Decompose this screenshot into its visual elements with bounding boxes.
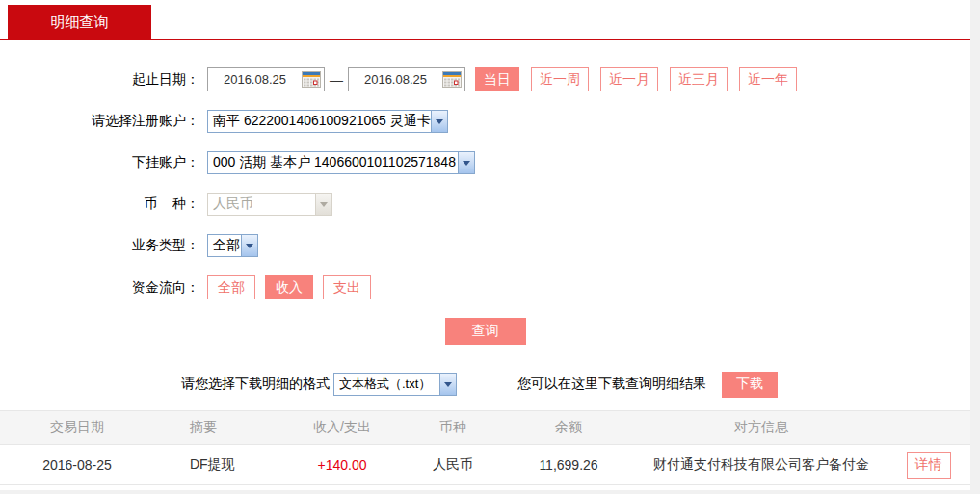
quick-range-week-button[interactable]: 近一周 [531, 67, 589, 91]
fund-direction-all-button[interactable]: 全部 [207, 275, 255, 299]
business-type-row: 业务类型： 全部 [0, 234, 970, 257]
header-trade-date: 交易日期 [0, 419, 154, 436]
registered-account-value: 南平 6222001406100921065 灵通卡 [208, 113, 431, 130]
header-balance: 余额 [501, 419, 636, 436]
fund-direction-row: 资金流向： 全部 收入 支出 [0, 275, 970, 299]
quick-range-quarter-button[interactable]: 近三月 [670, 67, 728, 91]
quick-range-month-button[interactable]: 近一月 [600, 67, 658, 91]
download-format-select[interactable]: 文本格式（.txt） [333, 373, 457, 396]
quick-range-year-button[interactable]: 近一年 [739, 67, 797, 91]
header-counterparty: 对方信息 [636, 419, 887, 436]
header-summary: 摘要 [154, 419, 279, 436]
registered-account-label: 请选择注册账户： [0, 113, 199, 130]
query-row: 查询 [0, 318, 970, 345]
download-button[interactable]: 下载 [722, 372, 778, 398]
chevron-down-icon [315, 194, 331, 215]
download-format-label: 请您选择下载明细的格式 [181, 376, 330, 393]
fund-direction-label: 资金流向： [0, 279, 199, 297]
currency-label: 币 种： [0, 195, 199, 213]
sub-account-value: 000 活期 基本户 1406600101102571848 [208, 154, 458, 171]
sub-account-row: 下挂账户： 000 活期 基本户 1406600101102571848 [0, 151, 970, 174]
sub-account-select[interactable]: 000 活期 基本户 1406600101102571848 [207, 151, 475, 174]
end-date-value: 2016.08.25 [349, 72, 442, 87]
header-income-expense: 收入/支出 [279, 419, 405, 436]
calendar-icon[interactable] [442, 71, 462, 88]
end-date-input[interactable]: 2016.08.25 [348, 67, 465, 91]
currency-row: 币 种： 人民币 [0, 193, 970, 216]
download-hint: 您可以在这里下载查询明细结果 [517, 376, 706, 393]
cell-trade-date: 2016-08-25 [0, 457, 154, 473]
cell-currency: 人民币 [405, 456, 501, 474]
cell-amount: +140.00 [279, 457, 405, 473]
chevron-down-icon[interactable] [431, 111, 447, 132]
chevron-down-icon[interactable] [241, 235, 257, 256]
calendar-icon[interactable] [302, 71, 321, 88]
registered-account-select[interactable]: 南平 6222001406100921065 灵通卡 [207, 110, 448, 133]
results-table: 交易日期 摘要 收入/支出 币种 余额 对方信息 2016-08-25 DF提现… [0, 410, 970, 485]
tab-detail-query[interactable]: 明细查询 [8, 5, 151, 40]
tab-bar: 明细查询 [0, 0, 970, 40]
business-type-value: 全部 [208, 237, 241, 254]
fund-direction-income-button[interactable]: 收入 [265, 275, 313, 299]
header-currency: 币种 [405, 419, 501, 436]
cell-summary: DF提现 [154, 456, 279, 474]
business-type-select[interactable]: 全部 [207, 234, 258, 257]
download-format-value: 文本格式（.txt） [334, 376, 439, 393]
download-section: 请您选择下载明细的格式 文本格式（.txt） 您可以在这里下载查询明细结果 下载 [0, 371, 970, 398]
currency-value: 人民币 [208, 195, 315, 213]
cell-actions: 详情 [887, 452, 970, 479]
currency-select: 人民币 [207, 193, 332, 216]
tab-label: 明细查询 [51, 13, 109, 32]
query-button[interactable]: 查询 [445, 318, 526, 345]
business-type-label: 业务类型： [0, 237, 199, 254]
cell-balance: 11,699.26 [501, 457, 636, 473]
sub-account-label: 下挂账户： [0, 154, 199, 171]
quick-range-today-button[interactable]: 当日 [475, 67, 519, 91]
chevron-down-icon[interactable] [458, 152, 474, 173]
table-header-row: 交易日期 摘要 收入/支出 币种 余额 对方信息 [0, 411, 970, 445]
table-row: 2016-08-25 DF提现 +140.00 人民币 11,699.26 财付… [0, 445, 970, 485]
date-range-row: 起止日期： 2016.08.25 — 2016.08 [0, 67, 970, 91]
cell-counterparty: 财付通支付科技有限公司客户备付金 [636, 456, 887, 474]
chevron-down-icon[interactable] [439, 374, 456, 395]
date-range-label: 起止日期： [0, 71, 199, 89]
query-form: 起止日期： 2016.08.25 — 2016.08 [0, 40, 970, 345]
detail-button[interactable]: 详情 [907, 452, 951, 479]
fund-direction-expense-button[interactable]: 支出 [323, 275, 371, 299]
start-date-input[interactable]: 2016.08.25 [207, 67, 325, 91]
start-date-value: 2016.08.25 [208, 72, 302, 87]
registered-account-row: 请选择注册账户： 南平 6222001406100921065 灵通卡 [0, 110, 970, 133]
detail-query-page: 明细查询 起止日期： 2016.08.25 [0, 0, 970, 490]
date-separator: — [330, 72, 343, 88]
